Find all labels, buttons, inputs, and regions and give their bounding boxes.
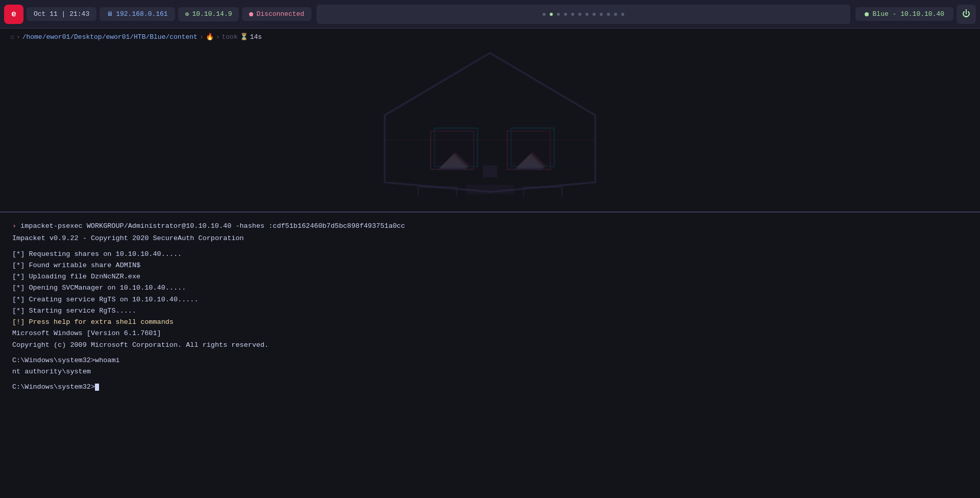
sep-1: › [16,33,20,41]
activity-dot-5 [571,13,574,16]
activity-dot-2 [550,13,553,16]
prompt-arrow: › [12,221,16,232]
output-line-9: Microsoft Windows [Version 6.1.7601] [12,328,968,339]
terminal-area: ⌂ › /home/ewor01/Desktop/ewor01/HTB/Blue… [0,29,980,498]
duration-label: 14s [250,33,262,41]
path-link[interactable]: /home/ewor01/Desktop/ewor01/HTB/Blue/con… [22,33,198,41]
blank-2 [12,351,968,355]
output-line-2: [*] Requesting shares on 10.10.10.40....… [12,249,968,260]
output-line-12: nt authority\system [12,366,968,377]
machine-status-indicator [865,12,869,16]
activity-dot-7 [585,13,589,16]
svg-rect-17 [385,139,596,141]
sep-3: › [216,33,220,41]
flame-icon: 🔥 [206,33,214,41]
output-line-5: [*] Opening SVCManager on 10.10.10.40...… [12,282,968,294]
vpn-ip-display[interactable]: ⊕ 10.10.14.9 [178,7,239,21]
output-line-6: [*] Creating service RgTS on 10.10.10.40… [12,294,968,305]
activity-dot-1 [543,13,546,16]
local-ip-label: 192.168.0.161 [116,10,167,18]
home-icon: ⌂ [10,33,14,41]
output-line-1: Impacket v0.9.22 - Copyright 2020 Secure… [12,233,968,244]
htb-watermark [337,43,643,197]
took-label: took [222,33,238,41]
terminal-output[interactable]: › impacket-psexec WORKGROUP/Administrato… [0,212,980,498]
connection-status[interactable]: Disconnected [242,7,311,21]
command-line: › impacket-psexec WORKGROUP/Administrato… [12,221,968,232]
activity-dot-4 [564,13,567,16]
blank-3 [12,377,968,382]
blank-1 [12,245,968,249]
power-button[interactable]: ⏻ [957,5,976,24]
logo-button[interactable]: e [4,5,23,24]
activity-dot-9 [600,13,603,16]
activity-dot-6 [578,13,581,16]
activity-dot-8 [593,13,596,16]
machine-display[interactable]: Blue - 10.10.10.40 [855,7,953,21]
activity-dot-3 [557,13,560,16]
svg-rect-13 [483,165,497,177]
terminal-cursor [95,384,99,391]
output-line-7: [*] Starting service RgTS..... [12,305,968,317]
disconnected-indicator [249,12,253,16]
output-line-3: [*] Found writable share ADMIN$ [12,260,968,271]
visual-section: ⌂ › /home/ewor01/Desktop/ewor01/HTB/Blue… [0,29,980,212]
output-line-8: [!] Press help for extra shell commands [12,317,968,328]
local-ip-display[interactable]: 🖥 192.168.0.161 [100,7,175,21]
monitor-icon: 🖥 [107,10,113,18]
current-prompt-line: C:\Windows\system32> [12,382,968,393]
output-line-10: Copyright (c) 2009 Microsoft Corporation… [12,340,968,351]
svg-rect-16 [466,185,514,195]
machine-label: Blue - 10.10.10.40 [873,10,944,18]
activity-dot-10 [607,13,610,16]
timer-icon: ⏳ [240,33,248,41]
sep-2: › [200,33,204,41]
vpn-ip-label: 10.10.14.9 [192,10,232,18]
activity-bar[interactable] [316,5,850,24]
topbar: e Oct 11 | 21:43 🖥 192.168.0.161 ⊕ 10.10… [0,0,980,29]
activity-dot-11 [614,13,617,16]
disconnected-label: Disconnected [256,10,304,18]
output-line-4: [*] Uploading file DznNcNZR.exe [12,271,968,282]
activity-dot-12 [621,13,624,16]
output-line-11: C:\Windows\system32>whoami [12,355,968,366]
svg-rect-18 [385,163,596,164]
time-display[interactable]: Oct 11 | 21:43 [27,7,96,21]
breadcrumb: ⌂ › /home/ewor01/Desktop/ewor01/HTB/Blue… [0,29,980,45]
command-text: impacket-psexec WORKGROUP/Administrator@… [20,221,405,232]
shield-icon: ⊕ [185,10,189,18]
